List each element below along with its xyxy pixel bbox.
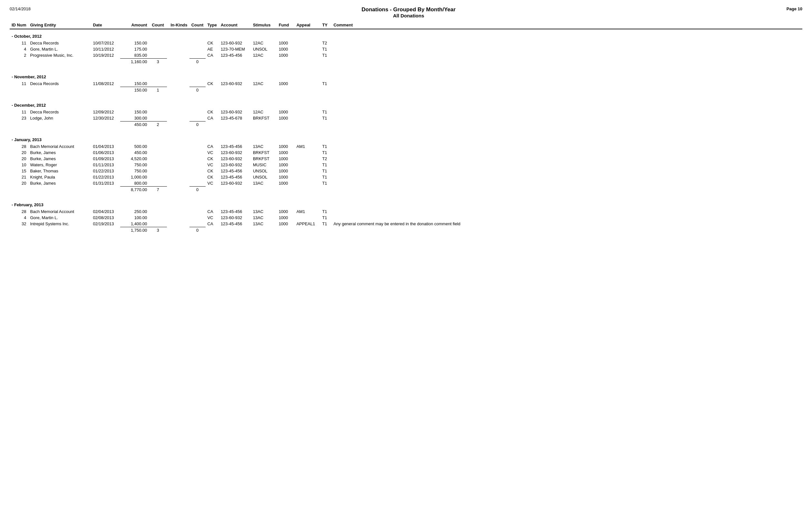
cell-ty: T1 bbox=[320, 115, 331, 121]
table-row: 11 Decca Records 12/09/2012 150.00 CK 12… bbox=[10, 109, 802, 115]
cell-stimulus: BRKFST bbox=[251, 155, 277, 162]
subtotal-amount: 1,160.00 bbox=[120, 59, 149, 67]
cell-entity: Burke, James bbox=[28, 149, 91, 155]
cell-amount: 1,000.00 bbox=[120, 174, 149, 180]
section-header-row: - November, 2012 bbox=[10, 70, 802, 81]
cell-entity: Knight, Paula bbox=[28, 174, 91, 180]
cell-amount: 100.00 bbox=[120, 215, 149, 221]
cell-stimulus: 13AC bbox=[251, 208, 277, 215]
cell-stimulus: 12AC bbox=[251, 40, 277, 46]
cell-inkinds bbox=[167, 208, 190, 215]
cell-date: 11/08/2012 bbox=[91, 81, 120, 87]
cell-fund: 1000 bbox=[277, 221, 294, 227]
cell-amount: 500.00 bbox=[120, 143, 149, 149]
cell-appeal bbox=[294, 81, 320, 87]
cell-count bbox=[149, 109, 167, 115]
cell-date: 02/04/2013 bbox=[91, 208, 120, 215]
cell-count bbox=[149, 221, 167, 227]
cell-type: VC bbox=[206, 149, 219, 155]
cell-type: AE bbox=[206, 46, 219, 52]
cell-date: 12/09/2012 bbox=[91, 109, 120, 115]
cell-date: 10/19/2012 bbox=[91, 52, 120, 59]
spacer-row bbox=[10, 130, 802, 133]
cell-comment bbox=[331, 174, 802, 180]
cell-fund: 1000 bbox=[277, 143, 294, 149]
cell-id: 11 bbox=[10, 109, 28, 115]
cell-fund: 1000 bbox=[277, 46, 294, 52]
cell-count2 bbox=[190, 149, 206, 155]
cell-account: 123-60-932 bbox=[219, 109, 251, 115]
cell-appeal bbox=[294, 52, 320, 59]
cell-inkinds bbox=[167, 221, 190, 227]
cell-amount: 150.00 bbox=[120, 40, 149, 46]
cell-stimulus: UNSOL bbox=[251, 46, 277, 52]
table-row: 20 Burke, James 01/06/2013 450.00 VC 123… bbox=[10, 149, 802, 155]
subtotal-count: 7 bbox=[149, 187, 167, 195]
cell-amount: 175.00 bbox=[120, 46, 149, 52]
cell-fund: 1000 bbox=[277, 52, 294, 59]
col-header-idnum: ID Num bbox=[10, 22, 28, 29]
spacer-row bbox=[10, 67, 802, 70]
section-header-row: - December, 2012 bbox=[10, 98, 802, 109]
cell-count2 bbox=[190, 208, 206, 215]
cell-amount: 835.00 bbox=[120, 52, 149, 59]
section-title: - December, 2012 bbox=[10, 98, 802, 109]
cell-ty: T2 bbox=[320, 155, 331, 162]
cell-comment: Any general comment may be entered in th… bbox=[331, 221, 802, 227]
cell-id: 32 bbox=[10, 221, 28, 227]
cell-entity: Decca Records bbox=[28, 81, 91, 87]
section-header-row: - October, 2012 bbox=[10, 29, 802, 40]
cell-comment bbox=[331, 115, 802, 121]
cell-ty: T1 bbox=[320, 180, 331, 187]
col-header-account: Account bbox=[219, 22, 251, 29]
cell-date: 01/11/2013 bbox=[91, 162, 120, 168]
cell-stimulus: 13AC bbox=[251, 143, 277, 149]
cell-count2 bbox=[190, 168, 206, 174]
cell-ty: T1 bbox=[320, 81, 331, 87]
cell-fund: 1000 bbox=[277, 40, 294, 46]
cell-ty: T2 bbox=[320, 40, 331, 46]
subtotal-row: 1,750.00 3 0 bbox=[10, 227, 802, 235]
cell-amount: 150.00 bbox=[120, 109, 149, 115]
subtotal-empty-1 bbox=[10, 187, 28, 195]
subtotal-empty-1 bbox=[10, 87, 28, 95]
table-row: 4 Gore, Martin L. 02/08/2013 100.00 VC 1… bbox=[10, 215, 802, 221]
subtotal-count2: 0 bbox=[190, 121, 206, 130]
cell-ty: T1 bbox=[320, 174, 331, 180]
subtotal-count: 3 bbox=[149, 227, 167, 235]
subtotal-empty-2 bbox=[28, 227, 91, 235]
cell-type: CK bbox=[206, 174, 219, 180]
subtotal-empty-2 bbox=[28, 87, 91, 95]
cell-count bbox=[149, 52, 167, 59]
cell-count bbox=[149, 81, 167, 87]
cell-type: CK bbox=[206, 40, 219, 46]
cell-appeal: AM1 bbox=[294, 208, 320, 215]
cell-count bbox=[149, 174, 167, 180]
report-subtitle: All Donations bbox=[31, 13, 787, 18]
cell-id: 11 bbox=[10, 40, 28, 46]
cell-comment bbox=[331, 46, 802, 52]
cell-date: 01/22/2013 bbox=[91, 174, 120, 180]
cell-inkinds bbox=[167, 81, 190, 87]
cell-fund: 1000 bbox=[277, 215, 294, 221]
subtotal-empty-5 bbox=[206, 227, 803, 235]
col-header-comment: Comment bbox=[331, 22, 802, 29]
cell-id: 4 bbox=[10, 46, 28, 52]
col-header-entity: Giving Entity bbox=[28, 22, 91, 29]
cell-entity: Intrepid Systems Inc. bbox=[28, 221, 91, 227]
cell-amount: 750.00 bbox=[120, 162, 149, 168]
cell-date: 02/08/2013 bbox=[91, 215, 120, 221]
cell-entity: Bach Memorial Account bbox=[28, 208, 91, 215]
col-header-inkinds: In-Kinds bbox=[167, 22, 190, 29]
cell-ty: T1 bbox=[320, 208, 331, 215]
cell-ty: T1 bbox=[320, 168, 331, 174]
cell-count2 bbox=[190, 162, 206, 168]
subtotal-count2: 0 bbox=[190, 87, 206, 95]
cell-count2 bbox=[190, 221, 206, 227]
cell-ty: T1 bbox=[320, 52, 331, 59]
subtotal-empty-3 bbox=[91, 121, 120, 130]
cell-stimulus: 12AC bbox=[251, 52, 277, 59]
cell-entity: Baker, Thomas bbox=[28, 168, 91, 174]
table-row: 32 Intrepid Systems Inc. 02/19/2013 1,40… bbox=[10, 221, 802, 227]
subtotal-row: 150.00 1 0 bbox=[10, 87, 802, 95]
